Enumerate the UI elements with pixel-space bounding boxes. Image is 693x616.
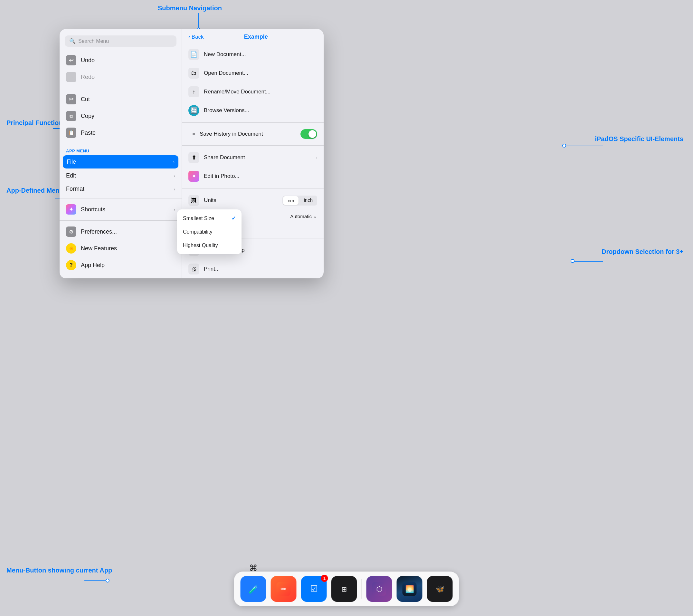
annotation-ipados: iPadOS Specific UI-Elements	[595, 135, 684, 143]
apphelp-label: App Help	[81, 262, 175, 269]
annotation-dropdown: Dropdown Selection for 3+	[601, 248, 684, 255]
svg-text:🧪: 🧪	[249, 585, 258, 594]
edit-chevron: ›	[174, 173, 175, 178]
appearance-value[interactable]: Automatic ⌄	[290, 213, 317, 219]
file-chevron: ›	[173, 159, 175, 165]
appearance-selected: Automatic	[290, 214, 312, 219]
annotation-dot-ipados	[562, 144, 566, 148]
back-button[interactable]: ‹ Back	[189, 34, 203, 40]
dropdown-menu: Smallest Size ✓ Compatibility Highest Qu…	[177, 209, 241, 254]
right-item-print[interactable]: 🖨 Print...	[182, 260, 324, 278]
newfeatures-icon: ✳	[66, 243, 76, 253]
butterfly-icon: 🦋	[433, 582, 447, 596]
cut-icon: ✂	[66, 94, 76, 104]
right-item-rename-doc[interactable]: ↑ Rename/Move Document...	[182, 82, 324, 101]
dock-app-butterfly[interactable]: 🦋	[427, 576, 453, 602]
search-bar[interactable]: 🔍 Search Menu	[65, 35, 176, 47]
units-label: Units	[204, 197, 278, 204]
preferences-label: Preferences...	[81, 228, 175, 235]
units-icon: 🖼	[189, 195, 199, 206]
open-doc-label: Open Document...	[204, 70, 317, 76]
dock-app-numpad[interactable]: ⊞	[331, 576, 357, 602]
units-cm-button[interactable]: cm	[283, 196, 298, 205]
copy-icon: ⧉	[66, 111, 76, 121]
menu-item-preferences[interactable]: ⚙ Preferences...	[60, 223, 182, 240]
dock-app-spectre[interactable]: 🌅	[397, 576, 422, 602]
sketches-icon: ✏	[277, 582, 291, 596]
right-header: ‹ Back Example	[182, 29, 324, 45]
share-label: Share Document	[204, 154, 311, 161]
divider-4	[60, 220, 182, 221]
tasks-icon: ☑	[307, 582, 321, 596]
menu-item-redo[interactable]: ↪ Redo	[60, 69, 182, 85]
dock-app-wrapper-testflight: ⌘ 🧪	[241, 576, 266, 602]
divider-2	[60, 144, 182, 144]
dock-app-affinity[interactable]: ⬡	[367, 576, 392, 602]
apphelp-icon: ?	[66, 260, 76, 270]
annotation-dot-dropdown	[571, 259, 574, 263]
divider-3	[60, 198, 182, 198]
save-history-dot	[193, 133, 195, 135]
menu-item-undo[interactable]: ↩ Undo	[60, 52, 182, 69]
right-item-new-doc[interactable]: 📄 New Document...	[182, 45, 324, 64]
svg-text:✏: ✏	[281, 585, 287, 593]
dock-app-testflight[interactable]: 🧪	[241, 576, 266, 602]
paste-icon: 📋	[66, 128, 76, 138]
appearance-chevron-icon: ⌄	[313, 213, 317, 219]
edit-photo-icon: ✦	[189, 171, 199, 182]
units-inch-button[interactable]: inch	[299, 196, 317, 206]
menu-item-edit[interactable]: Edit ›	[60, 169, 182, 182]
divider-1	[60, 88, 182, 88]
right-item-share[interactable]: ⬆ Share Document ›	[182, 148, 324, 167]
menu-item-apphelp[interactable]: ? App Help	[60, 257, 182, 273]
back-label: Back	[192, 34, 204, 40]
search-icon: 🔍	[69, 38, 76, 44]
dock-divider	[362, 579, 362, 599]
dropdown-item-smallest[interactable]: Smallest Size ✓	[177, 211, 241, 225]
svg-text:⬡: ⬡	[376, 585, 382, 593]
connector-line-submenu	[198, 13, 199, 29]
svg-text:☑: ☑	[310, 584, 318, 594]
shortcuts-chevron: ›	[174, 207, 175, 212]
right-item-edit-photo[interactable]: ✦ Edit in Photo...	[182, 167, 324, 186]
connector-line-dropdown	[574, 261, 603, 262]
menu-item-shortcuts[interactable]: ✦ Shortcuts ›	[60, 201, 182, 218]
units-toggle: cm inch	[282, 196, 317, 206]
save-history-toggle[interactable]	[300, 129, 317, 139]
copy-label: Copy	[81, 113, 175, 119]
back-chevron-icon: ‹	[189, 34, 190, 40]
open-doc-icon: 🗂	[189, 68, 199, 79]
menu-item-paste[interactable]: 📋 Paste	[60, 124, 182, 141]
annotation-menubutton: Menu-Button showing current App	[6, 567, 112, 574]
edit-photo-label: Edit in Photo...	[204, 173, 317, 179]
edit-label: Edit	[66, 172, 169, 179]
dropdown-item-compatibility[interactable]: Compatibility	[177, 225, 241, 239]
right-item-open-doc[interactable]: 🗂 Open Document...	[182, 64, 324, 82]
units-row: 🖼 Units cm inch	[182, 191, 324, 210]
menu-item-newfeatures[interactable]: ✳ New Features	[60, 240, 182, 257]
menu-item-file[interactable]: File ›	[63, 155, 178, 169]
save-history-row: Save History in Document	[182, 125, 324, 143]
annotation-appdefined: App-Defined Menu	[6, 187, 63, 194]
dock-app-sketches[interactable]: ✏	[271, 576, 297, 602]
preferences-icon: ⚙	[66, 227, 76, 237]
divider-right-1	[182, 122, 324, 123]
format-label: Format	[66, 186, 169, 192]
menu-item-copy[interactable]: ⧉ Copy	[60, 108, 182, 124]
right-item-browse-versions[interactable]: 🔄 Browse Versions...	[182, 101, 324, 120]
spectre-icon: 🌅	[402, 582, 417, 596]
share-chevron-icon: ›	[316, 155, 317, 160]
menu-item-cut[interactable]: ✂ Cut	[60, 91, 182, 108]
dock: ⌘ 🧪 ✏ ☑	[234, 572, 459, 607]
right-pane-title: Example	[244, 34, 268, 40]
numpad-icon: ⊞	[337, 582, 351, 596]
dropdown-smallest-label: Smallest Size	[183, 215, 214, 222]
annotation-principal: Principal Functions	[6, 119, 66, 127]
dropdown-compatibility-label: Compatibility	[183, 229, 213, 235]
svg-text:⊞: ⊞	[341, 586, 347, 593]
toggle-knob	[309, 130, 316, 138]
dropdown-item-highest[interactable]: Highest Quality	[177, 239, 241, 252]
menu-item-format[interactable]: Format ›	[60, 182, 182, 196]
tasks-badge: 1	[321, 575, 328, 582]
checkmark-icon: ✓	[232, 215, 236, 222]
